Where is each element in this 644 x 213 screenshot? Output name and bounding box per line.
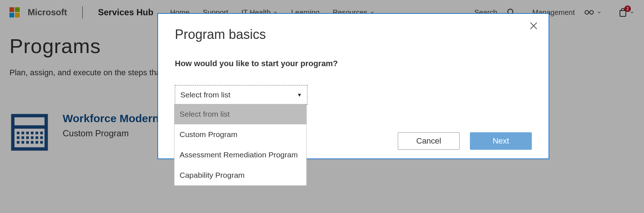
program-start-select[interactable]: Select from list ▼: [175, 85, 307, 105]
dropdown-triangle-icon: ▼: [297, 92, 302, 98]
cancel-button[interactable]: Cancel: [398, 132, 460, 150]
dropdown-option-assessment[interactable]: Assessment Remediation Program: [174, 145, 306, 165]
program-start-dropdown: Select from list Custom Program Assessme…: [174, 104, 307, 186]
modal-question: How would you like to start your program…: [175, 59, 549, 68]
modal-button-row: Cancel Next: [398, 132, 532, 150]
dropdown-option-capability[interactable]: Capability Program: [174, 165, 306, 185]
modal-title: Program basics: [175, 27, 549, 42]
next-button[interactable]: Next: [470, 132, 532, 150]
select-current-value: Select from list: [180, 91, 231, 99]
close-icon[interactable]: [529, 21, 538, 31]
dropdown-option-placeholder[interactable]: Select from list: [174, 104, 306, 124]
dropdown-option-custom[interactable]: Custom Program: [174, 124, 306, 145]
